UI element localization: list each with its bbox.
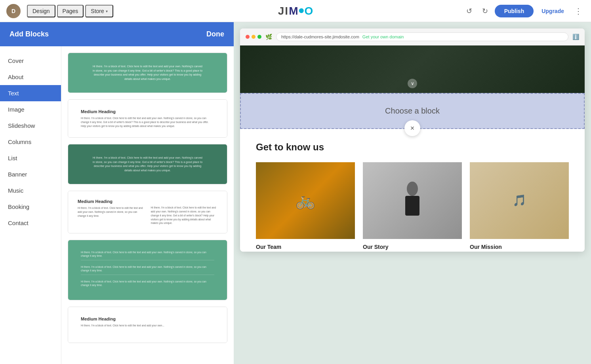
sidebar-item-cover[interactable]: Cover bbox=[0, 53, 61, 69]
choose-block-label: Choose a block bbox=[385, 106, 440, 116]
block-preview-2[interactable]: Medium Heading Hi there. I'm a block of … bbox=[68, 99, 227, 138]
site-content: ∨ Choose a block × Get to know us 🚲 bbox=[240, 46, 585, 252]
choose-block-section[interactable]: Choose a block × bbox=[240, 93, 585, 129]
block-preview-3[interactable]: Hi there. I'm a block of text. Click her… bbox=[68, 144, 227, 184]
sidebar-item-booking[interactable]: Booking bbox=[0, 199, 61, 215]
svg-rect-1 bbox=[405, 196, 419, 216]
chevron-down-icon bbox=[106, 9, 108, 13]
nav-links: Design Pages Store bbox=[27, 5, 113, 17]
avatar[interactable]: D bbox=[6, 4, 21, 18]
sidebar-item-list[interactable]: List bbox=[0, 150, 61, 166]
block-preview-4[interactable]: Medium Heading Hi there. I'm a block of … bbox=[68, 191, 227, 233]
sidebar-item-about[interactable]: About bbox=[0, 69, 61, 85]
close-dot bbox=[246, 35, 250, 39]
sidebar-nav: Cover About Text Image Slideshow Columns… bbox=[0, 46, 61, 364]
panel-header: Add Blocks Done bbox=[0, 22, 234, 46]
sidebar-item-image[interactable]: Image bbox=[0, 101, 61, 118]
card-our-story: Our Story Like all great things, we star… bbox=[363, 162, 462, 239]
hero-section: ∨ bbox=[240, 46, 585, 93]
sidebar-item-text[interactable]: Text bbox=[0, 85, 61, 101]
cards-grid: 🚲 Our Team We're more than a bunch of ex… bbox=[256, 162, 569, 239]
block-preview-1[interactable]: Hi there. I'm a block of text. Click her… bbox=[68, 53, 227, 93]
browser-window: 🌿 https://dale-cudmores-site.jimdosite.c… bbox=[240, 28, 585, 252]
url-text: https://dale-cudmores-site.jimdosite.com bbox=[281, 34, 359, 39]
block-preview-6[interactable]: Medium Heading Hi there. I'm a block of … bbox=[68, 307, 227, 343]
logo: J I M O bbox=[278, 5, 313, 17]
sidebar-item-music[interactable]: Music bbox=[0, 182, 61, 199]
done-button[interactable]: Done bbox=[206, 30, 224, 38]
browser-favicon: 🌿 bbox=[265, 34, 272, 40]
card-name-team: Our Team bbox=[256, 244, 355, 250]
main-layout: Add Blocks Done Cover About Text Image S… bbox=[0, 22, 591, 364]
nav-store[interactable]: Store bbox=[85, 5, 113, 17]
info-icon[interactable]: ℹ️ bbox=[572, 34, 579, 40]
blocks-list: Hi there. I'm a block of text. Click her… bbox=[61, 46, 234, 364]
add-blocks-panel: Add Blocks Done Cover About Text Image S… bbox=[0, 22, 234, 364]
block-preview-5[interactable]: Hi there. I'm a block of text. Click her… bbox=[68, 240, 227, 300]
browser-bar: 🌿 https://dale-cudmores-site.jimdosite.c… bbox=[240, 28, 585, 46]
more-options-button[interactable]: ⋮ bbox=[572, 5, 585, 17]
card-image-woman bbox=[363, 162, 462, 239]
logo-dot bbox=[299, 8, 303, 13]
card-our-team: 🚲 Our Team We're more than a bunch of ex… bbox=[256, 162, 355, 239]
publish-button[interactable]: Publish bbox=[495, 5, 534, 17]
redo-button[interactable]: ↻ bbox=[479, 5, 492, 17]
maximize-dot bbox=[257, 35, 261, 39]
hero-chevron-icon: ∨ bbox=[408, 79, 417, 88]
undo-button[interactable]: ↺ bbox=[463, 5, 476, 17]
know-us-section: Get to know us 🚲 Our Team We're more tha… bbox=[240, 129, 585, 252]
sidebar-item-contact[interactable]: Contact bbox=[0, 215, 61, 231]
card-image-bike: 🚲 bbox=[256, 162, 355, 239]
svg-point-0 bbox=[407, 182, 418, 196]
nav-right: ↺ ↻ Publish Upgrade ⋮ bbox=[463, 5, 585, 17]
nav-pages[interactable]: Pages bbox=[57, 5, 84, 17]
card-our-mission: 🎵 Our Mission It's easy to do great work… bbox=[470, 162, 569, 239]
card-image-wall: 🎵 bbox=[470, 162, 569, 239]
minimize-dot bbox=[252, 35, 255, 39]
sidebar-item-columns[interactable]: Columns bbox=[0, 134, 61, 150]
sidebar-item-banner[interactable]: Banner bbox=[0, 166, 61, 182]
right-preview: 🌿 https://dale-cudmores-site.jimdosite.c… bbox=[234, 22, 591, 364]
nav-design[interactable]: Design bbox=[27, 5, 55, 17]
panel-title: Add Blocks bbox=[10, 30, 49, 38]
get-domain-link[interactable]: Get your own domain bbox=[362, 34, 404, 39]
sidebar-item-slideshow[interactable]: Slideshow bbox=[0, 118, 61, 134]
browser-url-bar[interactable]: https://dale-cudmores-site.jimdosite.com… bbox=[276, 32, 568, 41]
card-name-mission: Our Mission bbox=[470, 244, 569, 250]
section-title: Get to know us bbox=[256, 142, 569, 153]
top-nav: D Design Pages Store J I M O ↺ ↻ Publish… bbox=[0, 0, 591, 22]
upgrade-button[interactable]: Upgrade bbox=[537, 5, 569, 17]
browser-dots bbox=[246, 35, 261, 39]
panel-body: Cover About Text Image Slideshow Columns… bbox=[0, 46, 234, 364]
card-name-story: Our Story bbox=[363, 244, 462, 250]
close-choose-block-button[interactable]: × bbox=[404, 120, 420, 136]
